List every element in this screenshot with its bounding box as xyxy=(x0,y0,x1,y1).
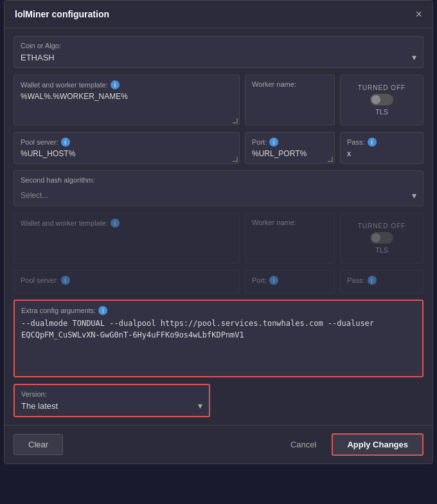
tls2-knob xyxy=(371,233,380,242)
modal-body: Coin or Algo: ETHASH ▾ Wallet and worker… xyxy=(4,28,433,425)
version-arrow-icon: ▾ xyxy=(198,401,202,411)
tls2-label: TLS xyxy=(375,246,388,254)
version-section: Version: The latest ▾ xyxy=(13,384,210,417)
tls2-status: TURNED OFF xyxy=(358,222,406,230)
wallet-worker2-label: Wallet and worker template: xyxy=(21,219,108,227)
tls1-label: TLS xyxy=(375,108,388,116)
port-value: %URL_PORT% xyxy=(252,149,328,158)
version-row: Version: The latest ▾ xyxy=(13,384,424,417)
cancel-button[interactable]: Cancel xyxy=(281,435,325,455)
second-hash-section: Second hash algorithm: Select... ▾ xyxy=(13,170,424,206)
version-select[interactable]: The latest ▾ xyxy=(21,401,202,411)
close-button[interactable]: × xyxy=(415,8,422,20)
clear-button[interactable]: Clear xyxy=(13,434,63,455)
pass2-label: Pass: xyxy=(347,276,365,284)
resize-handle xyxy=(233,118,238,123)
port-resize-handle xyxy=(328,157,333,162)
coin-algo-select[interactable]: ETHASH ▾ xyxy=(21,52,416,62)
extra-config-label: Extra config arguments: xyxy=(21,307,96,314)
modal-header: lolMiner configuration × xyxy=(4,1,433,28)
tls1-status: TURNED OFF xyxy=(358,84,406,91)
port2-section: Port: i xyxy=(245,270,335,293)
tls1-knob xyxy=(371,95,380,104)
coin-algo-section: Coin or Algo: ETHASH ▾ xyxy=(13,36,424,68)
extra-config-info-icon[interactable]: i xyxy=(98,306,107,315)
tls2-toggle[interactable] xyxy=(370,232,393,244)
pool-row-2: Pool server: i Port: i Pass: i xyxy=(13,270,424,293)
pool-server-label: Pool server: xyxy=(21,138,58,146)
wallet-worker-info-icon[interactable]: i xyxy=(111,80,120,89)
pool-server-info-icon[interactable]: i xyxy=(61,138,70,147)
footer-right: Cancel Apply Changes xyxy=(281,433,424,456)
coin-algo-label: Coin or Algo: xyxy=(21,42,416,50)
wallet-worker-label: Wallet and worker template: xyxy=(21,81,108,89)
version-value: The latest xyxy=(21,401,58,411)
pass2-info-icon[interactable]: i xyxy=(368,276,377,285)
wallet-row-2: Wallet and worker template: i Worker nam… xyxy=(13,213,424,264)
worker-name-label: Worker name: xyxy=(252,80,296,88)
wallet-worker-section: Wallet and worker template: i %WAL%.%WOR… xyxy=(13,75,240,125)
port-info-icon[interactable]: i xyxy=(269,138,278,147)
extra-config-section: Extra config arguments: i xyxy=(13,300,424,377)
port2-info-icon[interactable]: i xyxy=(269,276,278,285)
worker-name-section: Worker name: xyxy=(245,75,335,125)
tls1-inner: TURNED OFF TLS xyxy=(347,80,416,120)
second-hash-arrow-icon: ▾ xyxy=(412,190,416,201)
modal-title: lolMiner configuration xyxy=(15,9,109,19)
pool-server2-label: Pool server: xyxy=(21,276,58,284)
apply-changes-button[interactable]: Apply Changes xyxy=(332,433,424,456)
tls1-section: TURNED OFF TLS xyxy=(340,75,424,125)
worker-name2-label: Worker name: xyxy=(252,219,296,226)
pass2-section: Pass: i xyxy=(340,270,424,293)
tls2-section: TURNED OFF TLS xyxy=(340,213,424,264)
version-label: Version: xyxy=(21,390,202,398)
pass-value: x xyxy=(347,149,416,158)
coin-algo-value: ETHASH xyxy=(21,53,55,62)
port2-label: Port: xyxy=(252,276,267,284)
wallet-worker-value: %WAL%.%WORKER_NAME% xyxy=(21,92,233,101)
pool-row: Pool server: i %URL_HOST% Port: i %URL_P… xyxy=(13,132,424,164)
tls2-inner: TURNED OFF TLS xyxy=(347,219,416,258)
pass-info-icon[interactable]: i xyxy=(368,138,377,147)
wallet-row: Wallet and worker template: i %WAL%.%WOR… xyxy=(13,75,424,125)
pass-section: Pass: i x xyxy=(340,132,424,164)
worker-name2-section: Worker name: xyxy=(245,213,335,264)
pool-server-value: %URL_HOST% xyxy=(21,149,233,158)
pool-server-section: Pool server: i %URL_HOST% xyxy=(13,132,240,164)
pool-resize-handle xyxy=(233,157,238,162)
port-section: Port: i %URL_PORT% xyxy=(245,132,335,164)
pool-server2-info-icon[interactable]: i xyxy=(61,276,70,285)
modal-footer: Clear Cancel Apply Changes xyxy=(4,425,433,464)
coin-algo-arrow-icon: ▾ xyxy=(412,52,416,62)
extra-config-textarea[interactable] xyxy=(21,318,416,369)
pool-server2-section: Pool server: i xyxy=(13,270,240,293)
pass-label: Pass: xyxy=(347,138,365,146)
second-hash-select[interactable]: Select... ▾ xyxy=(21,190,416,201)
second-hash-placeholder: Select... xyxy=(21,191,48,200)
tls1-toggle[interactable] xyxy=(370,94,393,105)
lolminer-config-modal: lolMiner configuration × Coin or Algo: E… xyxy=(4,0,433,464)
wallet-worker2-info-icon[interactable]: i xyxy=(111,219,120,228)
wallet-worker2-section: Wallet and worker template: i xyxy=(13,213,240,264)
second-hash-label: Second hash algorithm: xyxy=(21,176,416,184)
port-label: Port: xyxy=(252,138,267,146)
